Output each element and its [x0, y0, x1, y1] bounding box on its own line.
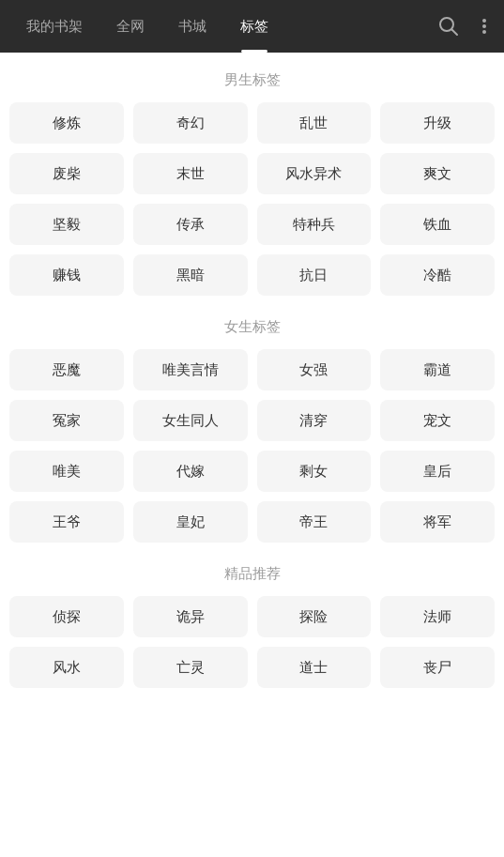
tag-item[interactable]: 末世	[133, 153, 248, 194]
tag-item[interactable]: 皇后	[380, 451, 495, 492]
tag-item[interactable]: 唯美	[9, 451, 124, 492]
male-tags-grid: 修炼 奇幻 乱世 升级 废柴 末世 风水异术 爽文 坚毅 传承 特种兵 铁血 赚…	[9, 102, 495, 296]
tab-tags[interactable]: 标签	[223, 0, 285, 53]
tag-item[interactable]: 坚毅	[9, 204, 124, 245]
svg-point-2	[482, 19, 486, 23]
tag-item[interactable]: 修炼	[9, 102, 124, 144]
tag-item[interactable]: 亡灵	[133, 647, 248, 688]
svg-point-3	[482, 24, 486, 28]
content: 男生标签 修炼 奇幻 乱世 升级 废柴 末世 风水异术 爽文 坚毅 传承 特种兵…	[0, 53, 504, 711]
premium-tags-grid: 侦探 诡异 探险 法师 风水 亡灵 道士 丧尸	[9, 596, 495, 688]
tag-item[interactable]: 风水	[9, 647, 124, 688]
tag-item[interactable]: 抗日	[257, 254, 372, 296]
tag-item[interactable]: 剩女	[257, 451, 372, 492]
nav-bar: 我的书架 全网 书城 标签	[0, 0, 504, 53]
nav-tabs: 我的书架 全网 书城 标签	[9, 0, 285, 53]
female-tags-title: 女生标签	[9, 299, 495, 349]
svg-line-1	[452, 30, 458, 36]
tag-item[interactable]: 霸道	[380, 349, 495, 390]
male-tags-title: 男生标签	[9, 53, 495, 102]
tag-item[interactable]: 冤家	[9, 400, 124, 441]
svg-point-4	[482, 30, 486, 34]
tag-item[interactable]: 风水异术	[257, 153, 372, 194]
tag-item[interactable]: 道士	[257, 647, 372, 688]
tag-item[interactable]: 代嫁	[133, 451, 248, 492]
tag-item[interactable]: 爽文	[380, 153, 495, 194]
tag-item[interactable]: 冷酷	[380, 254, 495, 296]
tag-item[interactable]: 皇妃	[133, 501, 248, 543]
more-icon[interactable]	[474, 16, 495, 37]
tag-item[interactable]: 升级	[380, 102, 495, 144]
tag-item[interactable]: 奇幻	[133, 102, 248, 144]
tag-item[interactable]: 丧尸	[380, 647, 495, 688]
tag-item[interactable]: 法师	[380, 596, 495, 637]
tag-item[interactable]: 女强	[257, 349, 372, 390]
tag-item[interactable]: 宠文	[380, 400, 495, 441]
tag-item[interactable]: 诡异	[133, 596, 248, 637]
female-tags-grid: 恶魔 唯美言情 女强 霸道 冤家 女生同人 清穿 宠文 唯美 代嫁 剩女 皇后 …	[9, 349, 495, 543]
tag-item[interactable]: 恶魔	[9, 349, 124, 390]
tab-all-net[interactable]: 全网	[99, 0, 161, 53]
tag-item[interactable]: 乱世	[257, 102, 372, 144]
tag-item[interactable]: 侦探	[9, 596, 124, 637]
tag-item[interactable]: 赚钱	[9, 254, 124, 296]
nav-icons	[438, 16, 495, 37]
tag-item[interactable]: 女生同人	[133, 400, 248, 441]
tag-item[interactable]: 黑暗	[133, 254, 248, 296]
tag-item[interactable]: 清穿	[257, 400, 372, 441]
tag-item[interactable]: 唯美言情	[133, 349, 248, 390]
tag-item[interactable]: 铁血	[380, 204, 495, 245]
tag-item[interactable]: 将军	[380, 501, 495, 543]
tag-item[interactable]: 王爷	[9, 501, 124, 543]
tag-item[interactable]: 帝王	[257, 501, 372, 543]
tab-bookstore[interactable]: 书城	[161, 0, 223, 53]
premium-tags-title: 精品推荐	[9, 546, 495, 596]
tag-item[interactable]: 探险	[257, 596, 372, 637]
tag-item[interactable]: 传承	[133, 204, 248, 245]
tag-item[interactable]: 废柴	[9, 153, 124, 194]
search-icon[interactable]	[438, 16, 459, 37]
tab-my-bookshelf[interactable]: 我的书架	[9, 0, 99, 53]
tag-item[interactable]: 特种兵	[257, 204, 372, 245]
